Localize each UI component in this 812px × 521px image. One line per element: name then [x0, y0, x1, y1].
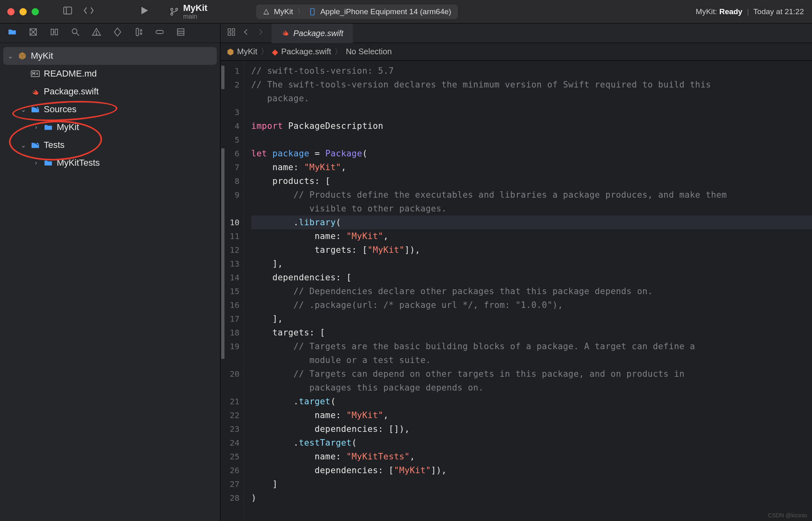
editor-area: Package.swift ⬢ MyKit 〉 ◆ Package.swift … — [220, 23, 812, 521]
svg-rect-0 — [64, 7, 72, 14]
svg-rect-7 — [311, 8, 314, 15]
debug-tab[interactable] — [134, 27, 143, 39]
svg-point-4 — [171, 13, 173, 15]
folder-icon — [43, 159, 53, 167]
back-icon[interactable] — [241, 28, 250, 38]
svg-point-5 — [176, 8, 178, 10]
toolbar-left — [62, 5, 94, 18]
swift-icon — [30, 88, 41, 96]
svg-point-3 — [171, 8, 173, 10]
minimize-window-button[interactable] — [19, 8, 27, 15]
tree-item-label: Sources — [44, 104, 77, 115]
device-icon — [309, 8, 316, 15]
svg-rect-18 — [136, 28, 139, 36]
tree-item-label: MyKit — [57, 122, 79, 132]
svg-rect-33 — [232, 33, 235, 35]
scheme-branch[interactable]: MyKit main — [169, 3, 207, 20]
activity-status: MyKit: Ready | Today at 21:22 — [696, 7, 804, 16]
svg-point-17 — [96, 34, 97, 34]
jumpbar-seg-0[interactable]: MyKit — [237, 47, 257, 56]
code-editor[interactable]: 1 2 3 4 5 6 7 8 9 10 11 12 13 14 15 16 1… — [220, 61, 812, 521]
tree-item-label: MyKitTests — [57, 158, 100, 168]
tree-item-package[interactable]: Package.swift — [3, 83, 217, 100]
navigator-tabs — [0, 23, 220, 43]
svg-rect-21 — [156, 30, 163, 34]
disclosure-icon[interactable]: ⌄ — [19, 106, 27, 113]
navigator-sidebar: ⌄ MyKit README.md Package.swift ⌄ — [0, 23, 220, 521]
breakpoints-tab[interactable] — [155, 27, 165, 39]
tests-tab[interactable] — [113, 27, 122, 39]
tree-item-tests[interactable]: ⌄ Tests — [3, 136, 217, 154]
tree-item-readme[interactable]: README.md — [3, 65, 217, 83]
jumpbar-seg-2[interactable]: No Selection — [346, 47, 391, 56]
svg-rect-32 — [228, 33, 231, 35]
svg-rect-31 — [232, 29, 235, 31]
svg-marker-2 — [141, 7, 148, 15]
status-time: Today at 21:22 — [753, 7, 804, 16]
svg-line-15 — [77, 33, 79, 36]
jump-bar[interactable]: ⬢ MyKit 〉 ◆ Package.swift 〉 No Selection — [220, 43, 812, 61]
forward-icon[interactable] — [256, 28, 265, 38]
svg-point-20 — [140, 33, 142, 34]
status-state: Ready — [719, 7, 742, 16]
editor-tab[interactable]: Package.swift — [271, 23, 353, 43]
scheme-selector[interactable]: MyKit 〉 Apple_iPhone Equipment 14 (arm64… — [256, 4, 458, 19]
disclosure-icon[interactable]: ⌄ — [19, 141, 27, 149]
titlebar: MyKit main MyKit 〉 Apple_iPhone Equipmen… — [0, 0, 812, 23]
project-navigator-tab[interactable] — [7, 27, 17, 39]
svg-rect-30 — [228, 29, 231, 31]
tree-item-sources[interactable]: ⌄ Sources — [3, 100, 217, 118]
svg-point-29 — [36, 143, 38, 144]
scheme-device: Apple_iPhone Equipment 14 (arm64e) — [320, 7, 451, 16]
folder-gear-icon — [30, 141, 41, 149]
tree-item-tests-mykit[interactable]: › MyKitTests — [3, 154, 217, 172]
reports-tab[interactable] — [176, 27, 186, 39]
svg-rect-22 — [177, 29, 184, 35]
file-tree: ⌄ MyKit README.md Package.swift ⌄ — [0, 43, 220, 521]
editor-tabbar: Package.swift — [220, 23, 812, 43]
folder-gear-icon — [30, 105, 41, 113]
package-icon: ⬢ — [227, 47, 234, 57]
run-button[interactable] — [139, 5, 150, 18]
branch-name: main — [183, 13, 207, 20]
window-controls — [0, 8, 46, 15]
branch-icon — [169, 7, 179, 17]
disclosure-icon[interactable]: › — [32, 159, 40, 167]
tree-item-sources-mykit[interactable]: › MyKit — [3, 118, 217, 136]
symbols-tab[interactable] — [49, 27, 59, 39]
line-gutter: 1 2 3 4 5 6 7 8 9 10 11 12 13 14 15 16 1… — [220, 61, 244, 521]
tree-root-label: MyKit — [31, 51, 53, 61]
svg-point-14 — [72, 29, 77, 34]
find-tab[interactable] — [71, 27, 80, 39]
sidebar-toggle-icon[interactable] — [62, 5, 73, 18]
related-items-icon[interactable] — [227, 28, 236, 38]
svg-rect-12 — [55, 29, 58, 35]
svg-point-27 — [36, 107, 38, 109]
issues-tab[interactable] — [92, 27, 101, 39]
jumpbar-seg-1[interactable]: Package.swift — [281, 47, 331, 56]
scheme-separator: 〉 — [297, 6, 305, 17]
project-name: MyKit — [183, 3, 207, 13]
swift-icon — [281, 28, 289, 38]
folder-icon — [43, 124, 53, 131]
tree-item-label: Tests — [44, 140, 64, 150]
tree-item-label: README.md — [44, 68, 97, 79]
tree-root[interactable]: ⌄ MyKit — [3, 47, 217, 65]
close-window-button[interactable] — [7, 8, 15, 15]
swift-icon: ◆ — [272, 47, 278, 57]
tree-item-label: Package.swift — [44, 86, 99, 97]
status-project: MyKit: — [696, 7, 717, 16]
svg-point-19 — [140, 30, 142, 31]
zoom-window-button[interactable] — [32, 8, 39, 15]
disclosure-icon[interactable]: ⌄ — [6, 52, 14, 60]
chevrons-icon[interactable] — [83, 5, 94, 18]
editor-tab-label: Package.swift — [293, 29, 343, 38]
disclosure-icon[interactable]: › — [32, 124, 40, 131]
source-control-tab[interactable] — [28, 27, 38, 39]
markdown-icon — [30, 70, 41, 77]
target-icon — [263, 8, 270, 15]
scheme-target: MyKit — [274, 7, 293, 16]
package-icon — [17, 51, 28, 60]
svg-rect-11 — [51, 29, 53, 35]
source-code[interactable]: // swift-tools-version: 5.7 // The swift… — [244, 61, 812, 521]
